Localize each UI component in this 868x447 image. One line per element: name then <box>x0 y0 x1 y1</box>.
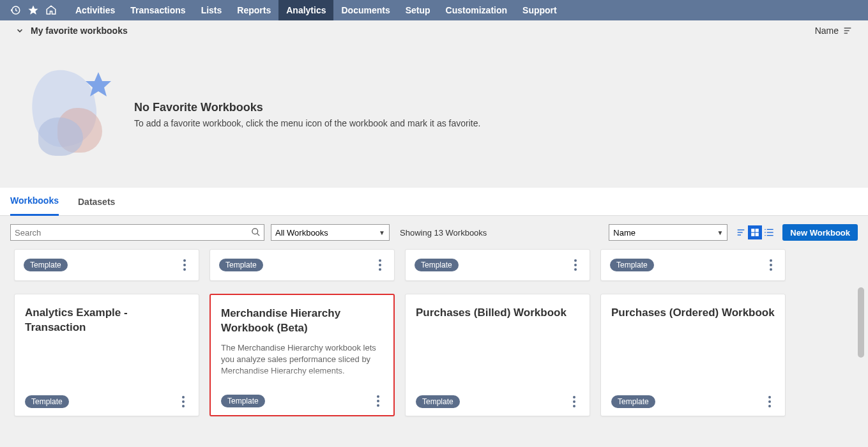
tab-workbooks[interactable]: Workbooks <box>10 188 59 216</box>
nav-documents[interactable]: Documents <box>333 0 397 20</box>
empty-text: To add a favorite workbook, click the me… <box>134 118 480 128</box>
content-tabs: Workbooks Datasets <box>0 188 868 216</box>
view-sort-icon[interactable] <box>734 225 748 239</box>
sort-value: Name <box>613 228 636 238</box>
nav-support[interactable]: Support <box>515 0 565 20</box>
svg-rect-12 <box>756 229 759 232</box>
kebab-icon[interactable] <box>373 395 383 407</box>
workbook-card-partial[interactable]: Template <box>14 249 199 281</box>
favorites-illustration <box>26 63 115 165</box>
nav-reports[interactable]: Reports <box>229 0 278 20</box>
workbook-card-partial[interactable]: Template <box>209 249 395 281</box>
chevron-down-icon[interactable] <box>15 26 24 35</box>
filter-select[interactable]: All Workbooks ▼ <box>271 224 390 241</box>
empty-title: No Favorite Workbooks <box>134 101 480 114</box>
nav-activities[interactable]: Activities <box>68 0 123 20</box>
favorites-sort-label: Name <box>815 26 839 36</box>
card-description <box>611 327 775 395</box>
template-badge: Template <box>219 259 263 271</box>
card-title: Purchases (Ordered) Workbook <box>611 306 775 321</box>
nav-customization[interactable]: Customization <box>438 0 515 20</box>
template-badge: Template <box>611 395 655 408</box>
tab-datasets[interactable]: Datasets <box>78 188 115 216</box>
card-description <box>25 342 188 395</box>
svg-rect-14 <box>756 233 759 236</box>
template-badge: Template <box>416 395 460 408</box>
kebab-icon[interactable] <box>179 259 190 271</box>
nav-setup[interactable]: Setup <box>398 0 438 20</box>
workbook-card[interactable]: Purchases (Ordered) WorkbookTemplate <box>600 294 786 416</box>
favorites-header: My favorite workbooks Name <box>0 20 868 41</box>
history-icon[interactable] <box>6 0 24 20</box>
cards-area: TemplateTemplateTemplateTemplate Analyti… <box>0 249 868 447</box>
workbook-card-partial[interactable]: Template <box>600 249 786 281</box>
template-badge: Template <box>24 259 68 271</box>
workbook-card[interactable]: Merchandise Hierarchy Workbook (Beta)The… <box>209 294 395 416</box>
favorites-sort[interactable]: Name <box>815 26 853 36</box>
card-title: Purchases (Billed) Workbook <box>416 306 579 321</box>
caret-down-icon: ▼ <box>379 229 385 236</box>
favorites-body: No Favorite Workbooks To add a favorite … <box>0 41 868 188</box>
card-description <box>416 327 579 395</box>
svg-rect-11 <box>751 229 754 232</box>
svg-point-6 <box>252 229 258 234</box>
svg-rect-13 <box>751 233 754 236</box>
template-badge: Template <box>221 395 265 407</box>
workbook-card[interactable]: Purchases (Billed) WorkbookTemplate <box>405 294 590 416</box>
nav-lists[interactable]: Lists <box>194 0 230 20</box>
filter-value: All Workbooks <box>275 228 328 238</box>
workbook-card-partial[interactable]: Template <box>405 249 590 281</box>
search-input[interactable] <box>10 224 264 241</box>
template-badge: Template <box>610 259 654 271</box>
card-title: Analytics Example - Transaction <box>25 306 188 335</box>
top-navigation: Activities Transactions Lists Reports An… <box>0 0 868 20</box>
template-badge: Template <box>25 395 69 408</box>
kebab-icon[interactable] <box>569 396 579 407</box>
showing-count: Showing 13 Workbooks <box>400 228 487 238</box>
sort-select[interactable]: Name ▼ <box>609 224 727 241</box>
star-icon <box>83 70 114 100</box>
view-grid-icon[interactable] <box>748 225 762 239</box>
svg-marker-1 <box>29 6 38 15</box>
scrollbar[interactable] <box>858 287 864 358</box>
star-icon[interactable] <box>24 0 42 20</box>
home-icon[interactable] <box>42 0 60 20</box>
workbook-card[interactable]: Analytics Example - TransactionTemplate <box>14 294 199 416</box>
svg-marker-5 <box>86 72 111 96</box>
kebab-icon[interactable] <box>178 396 188 407</box>
card-title: Merchandise Hierarchy Workbook (Beta) <box>221 307 383 336</box>
search-icon[interactable] <box>251 227 261 237</box>
nav-transactions[interactable]: Transactions <box>123 0 193 20</box>
kebab-icon[interactable] <box>766 259 776 271</box>
template-badge: Template <box>415 259 459 271</box>
kebab-icon[interactable] <box>570 259 581 271</box>
view-list-icon[interactable] <box>762 225 776 239</box>
svg-line-7 <box>257 233 259 236</box>
favorites-title: My favorite workbooks <box>31 26 128 36</box>
card-description: The Merchandise Hierarchy workbook lets … <box>221 342 383 395</box>
kebab-icon[interactable] <box>375 259 385 271</box>
kebab-icon[interactable] <box>765 396 775 407</box>
new-workbook-button[interactable]: New Workbook <box>782 224 858 241</box>
nav-analytics[interactable]: Analytics <box>278 0 333 20</box>
caret-down-icon: ▼ <box>717 229 723 236</box>
list-toolbar: All Workbooks ▼ Showing 13 Workbooks Nam… <box>0 216 868 249</box>
